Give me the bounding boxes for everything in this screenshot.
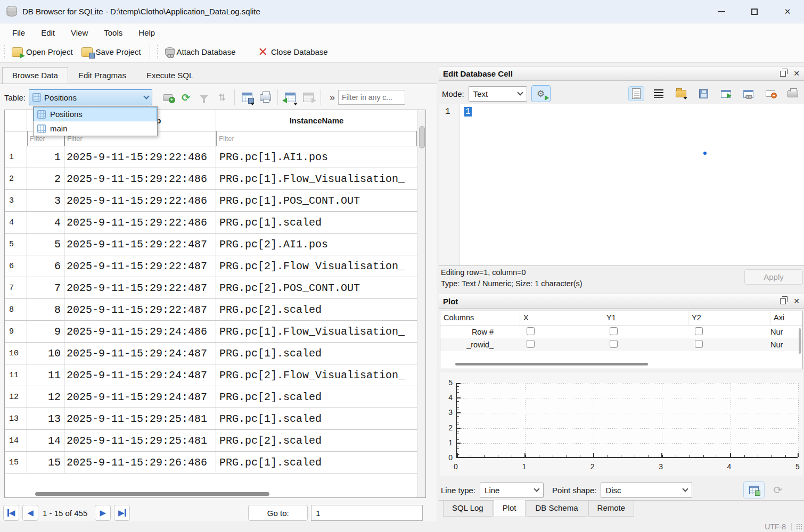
cell-instance-name[interactable]: PRG.pc[2].scaled	[216, 299, 417, 320]
toolbar-grip-2[interactable]	[156, 45, 159, 59]
cell-instance-name[interactable]: PRG.pc[2].scaled	[216, 430, 417, 451]
grid-vertical-scrollbar[interactable]	[417, 110, 425, 497]
cell-timestamp[interactable]: 2025-9-11-15:29:22:486	[64, 168, 216, 189]
cell-timestamp[interactable]: 2025-9-11-15:29:24:487	[64, 364, 216, 386]
close-button[interactable]: ✕	[771, 0, 804, 23]
last-record-button[interactable]: ▶	[114, 505, 130, 521]
save-project-button[interactable]: Save Project	[78, 45, 146, 59]
float-panel-icon[interactable]	[780, 71, 786, 77]
cell-id[interactable]: 13	[27, 408, 64, 429]
first-record-button[interactable]: ◀	[3, 505, 19, 521]
copy-link-button[interactable]	[740, 86, 756, 101]
save-results-button[interactable]	[238, 89, 256, 106]
cell-id[interactable]: 3	[27, 190, 64, 211]
cell-timestamp[interactable]: 2025-9-11-15:29:25:481	[64, 430, 216, 451]
next-record-button[interactable]: ▶	[95, 505, 111, 521]
print-cell-button[interactable]	[785, 86, 801, 101]
float-panel-icon[interactable]	[780, 298, 786, 304]
col-header-axis[interactable]: Axi	[770, 311, 802, 325]
set-null-button[interactable]	[762, 86, 778, 101]
encoding-label[interactable]: UTF-8	[765, 522, 786, 531]
cell-timestamp[interactable]: 2025-9-11-15:29:24:487	[64, 343, 216, 364]
col-header-x[interactable]: X	[520, 311, 603, 325]
table-combobox[interactable]: Positions	[29, 89, 152, 105]
cell-instance-name[interactable]: PRG.pc[1].AI1.pos	[216, 146, 417, 168]
cell-id[interactable]: 12	[27, 386, 64, 408]
cell-instance-name[interactable]: PRG.pc[1].POS_CONT.OUT	[216, 190, 417, 211]
col-header-y1[interactable]: Y1	[603, 311, 688, 325]
y2-checkbox[interactable]	[695, 340, 703, 348]
dropdown-item-main[interactable]: main	[34, 121, 157, 136]
cell-timestamp[interactable]: 2025-9-11-15:29:22:487	[64, 255, 216, 277]
cell-id[interactable]: 10	[27, 343, 64, 364]
grid-horizontal-scrollbar[interactable]	[35, 492, 269, 496]
minimize-button[interactable]	[705, 0, 738, 23]
open-project-button[interactable]: Open Project	[9, 45, 78, 59]
tab-execute-sql[interactable]: Execute SQL	[136, 67, 203, 84]
insert-record-button[interactable]: +	[159, 89, 177, 106]
plot-refresh-icon[interactable]: ⟳	[773, 484, 782, 496]
col-header-columns[interactable]: Columns	[440, 311, 520, 325]
cell-timestamp[interactable]: 2025-9-11-15:29:22:487	[64, 277, 216, 298]
sort-button[interactable]: ⇅	[213, 89, 231, 106]
filter-any-column-input[interactable]	[338, 90, 405, 105]
cell-timestamp[interactable]: 2025-9-11-15:29:24:486	[64, 321, 216, 342]
print-button[interactable]	[256, 89, 274, 106]
dropdown-item-positions[interactable]: Positions	[34, 107, 157, 121]
open-in-editor-button[interactable]	[673, 86, 689, 101]
cell-id[interactable]: 2	[27, 168, 64, 189]
cell-id[interactable]: 15	[27, 452, 64, 473]
cell-timestamp[interactable]: 2025-9-11-15:29:22:486	[64, 190, 216, 211]
export-table-button[interactable]	[299, 89, 317, 106]
menu-help[interactable]: Help	[132, 26, 162, 39]
save-plot-button[interactable]	[743, 481, 765, 498]
cell-instance-name[interactable]: PRG.pc[1].scaled	[216, 408, 417, 429]
x-checkbox[interactable]	[527, 327, 535, 335]
cell-instance-name[interactable]: PRG.pc[2].Flow_Visualisation_	[216, 255, 417, 277]
cell-instance-name[interactable]: PRG.pc[2].POS_CONT.OUT	[216, 277, 417, 298]
text-mode-button[interactable]	[628, 86, 644, 101]
cell-id[interactable]: 14	[27, 430, 64, 451]
close-database-button[interactable]: ✕ Close Database	[255, 43, 333, 61]
close-panel-icon[interactable]: ✕	[793, 297, 800, 305]
cell-instance-name[interactable]: PRG.pc[1].scaled	[216, 343, 417, 364]
cell-timestamp[interactable]: 2025-9-11-15:29:22:487	[64, 299, 216, 320]
cell-timestamp[interactable]: 2025-9-11-15:29:22:487	[64, 234, 216, 255]
toolbar-overflow-button[interactable]: »	[330, 92, 335, 103]
cell-timestamp[interactable]: 2025-9-11-15:29:24:487	[64, 386, 216, 408]
tab-browse-data[interactable]: Browse Data	[2, 67, 68, 84]
x-checkbox[interactable]	[527, 340, 535, 348]
cell-id[interactable]: 7	[27, 277, 64, 298]
menu-file[interactable]: File	[5, 26, 32, 39]
refresh-button[interactable]: ⟳	[177, 89, 195, 106]
menu-view[interactable]: View	[64, 26, 95, 39]
cell-instance-name[interactable]: PRG.pc[1].scaled	[216, 212, 417, 233]
tab-plot[interactable]: Plot	[494, 500, 526, 517]
previous-record-button[interactable]: ◀	[22, 505, 38, 521]
close-panel-icon[interactable]: ✕	[793, 69, 800, 78]
cell-timestamp[interactable]: 2025-9-11-15:29:22:486	[64, 212, 216, 233]
col-header-y2[interactable]: Y2	[688, 311, 770, 325]
cell-editor[interactable]: 1 1	[439, 104, 804, 266]
cell-id[interactable]: 9	[27, 321, 64, 342]
import-table-button[interactable]	[281, 89, 299, 106]
cell-instance-name[interactable]: PRG.pc[1].Flow_Visualisation_	[216, 321, 417, 342]
tab-db-schema[interactable]: DB Schema	[527, 501, 587, 517]
mode-select[interactable]: Text	[469, 86, 527, 102]
goto-button[interactable]: Go to:	[248, 505, 308, 521]
cell-id[interactable]: 4	[27, 212, 64, 233]
apply-button[interactable]: Apply	[744, 269, 803, 285]
toolbar-grip[interactable]	[3, 45, 6, 59]
cell-instance-name[interactable]: PRG.pc[1].scaled	[216, 452, 417, 473]
save-cell-button[interactable]	[695, 86, 711, 101]
cell-instance-name[interactable]: PRG.pc[2].Flow_Visualisation_	[216, 364, 417, 386]
y1-checkbox[interactable]	[610, 340, 618, 348]
cell-instance-name[interactable]: PRG.pc[2].scaled	[216, 386, 417, 408]
tab-sql-log[interactable]: SQL Log	[443, 501, 493, 517]
open-external-button[interactable]	[718, 86, 734, 101]
cell-id[interactable]: 11	[27, 364, 64, 386]
clear-filters-button[interactable]	[195, 89, 213, 106]
menu-tools[interactable]: Tools	[97, 26, 129, 39]
line-type-select[interactable]: Line	[480, 483, 544, 498]
filter-instance-input[interactable]	[216, 131, 417, 146]
